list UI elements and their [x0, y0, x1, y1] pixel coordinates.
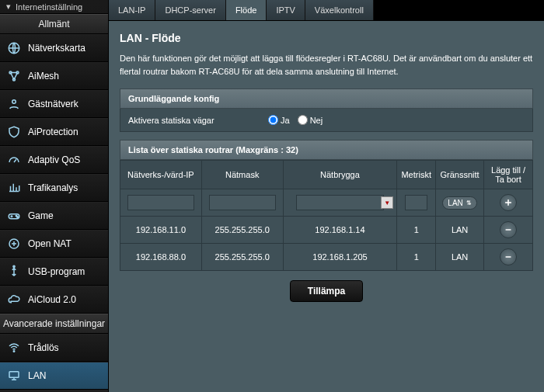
static-routes-table: Nätverks-/värd-IP Nätmask Nätbrygga Metr…: [120, 160, 533, 271]
chevron-down-icon: ▾: [6, 2, 11, 12]
sidebar-item-g-stn-tverk[interactable]: Gästnätverk: [0, 90, 108, 118]
content: LAN - Flöde Den här funktionen gör det m…: [109, 21, 544, 392]
shield-icon: [6, 124, 22, 140]
sidebar-item-trafikanalys[interactable]: Trafikanalys: [0, 174, 108, 202]
sidebar-item-label: LAN: [28, 370, 46, 381]
table-row: 192.168.11.0255.255.255.0192.168.1.141LA…: [120, 217, 533, 244]
apply-button[interactable]: Tillämpa: [290, 280, 363, 302]
sidebar-item-label: AiMesh: [28, 71, 59, 82]
cloud-icon: [6, 292, 22, 307]
sidebar-item-usb-program[interactable]: USB-program: [0, 258, 108, 286]
enable-static-routes-radio-group: Ja Nej: [268, 115, 323, 125]
svg-point-7: [17, 217, 19, 218]
sidebar-item-n-tverkskarta[interactable]: Nätverkskarta: [0, 34, 108, 62]
lan-icon: [6, 368, 22, 383]
top-trunc-label: Internetinställning: [16, 2, 82, 12]
sidebar-item-label: Open NAT: [28, 238, 71, 249]
sidebar-item-open-nat[interactable]: Open NAT: [0, 230, 108, 258]
page-title: LAN - Flöde: [120, 32, 533, 44]
input-metric[interactable]: [405, 195, 427, 210]
tab-fl-de[interactable]: Flöde: [226, 0, 267, 20]
sidebar-item-label: Gästnätverk: [28, 99, 78, 109]
th-action: Lägg till / Ta bort: [484, 161, 533, 189]
cell-ip: 192.168.88.0: [120, 244, 202, 271]
tab-lan-ip[interactable]: LAN-IP: [109, 0, 155, 20]
cell-gateway: 192.168.1.205: [283, 244, 397, 271]
gauge-icon: [6, 152, 22, 168]
sidebar-item-adaptiv-qos[interactable]: Adaptiv QoS: [0, 146, 108, 174]
sidebar-item-lan[interactable]: LAN: [0, 362, 108, 390]
cell-iface: LAN: [436, 217, 484, 244]
cell-ip: 192.168.11.0: [120, 217, 202, 244]
cell-iface: LAN: [436, 244, 484, 271]
input-gateway[interactable]: [296, 195, 384, 210]
tabs-spacer: [374, 0, 544, 20]
gamepad-icon: [6, 208, 22, 224]
tab-iptv[interactable]: IPTV: [267, 0, 305, 20]
radio-yes[interactable]: [268, 115, 278, 125]
radio-yes-label[interactable]: Ja: [268, 115, 290, 125]
sidebar-item-label: AiProtection: [28, 127, 78, 137]
th-gateway: Nätbrygga: [283, 161, 397, 189]
static-routes-list-header: Lista över statiska routrar (Maxgräns : …: [120, 140, 533, 160]
input-ip[interactable]: [127, 195, 194, 210]
sidebar-item-aimesh[interactable]: AiMesh: [0, 62, 108, 90]
globe-icon: [6, 40, 22, 56]
radio-no-text: Nej: [310, 116, 323, 125]
remove-button[interactable]: －: [500, 221, 517, 238]
sidebar-section-advanced: Avancerade inställningar: [0, 314, 108, 334]
sidebar: ▾ Internetinställning Allmänt Nätverkska…: [0, 0, 109, 392]
enable-static-routes-row: Aktivera statiska vägar Ja Nej: [120, 109, 533, 132]
radio-yes-text: Ja: [281, 116, 290, 125]
cell-metric: 1: [397, 244, 436, 271]
usb-icon: [6, 264, 22, 279]
sidebar-item-label: Nätverkskarta: [28, 43, 85, 54]
tabs: LAN-IPDHCP-serverFlödeIPTVVäxelkontroll: [109, 0, 544, 21]
tab-dhcp-server[interactable]: DHCP-server: [155, 0, 225, 20]
input-mask[interactable]: [209, 195, 276, 210]
radio-no-label[interactable]: Nej: [298, 115, 323, 125]
gateway-dropdown-icon[interactable]: ▼: [381, 196, 393, 209]
cell-mask: 255.255.255.0: [201, 244, 283, 271]
sidebar-section-general: Allmänt: [0, 14, 108, 34]
sidebar-item-game[interactable]: Game: [0, 202, 108, 230]
radio-no[interactable]: [298, 115, 308, 125]
updown-icon: ⇅: [466, 199, 472, 206]
guest-icon: [6, 96, 22, 112]
sidebar-item-tr-dl-s[interactable]: Trådlös: [0, 334, 108, 362]
add-button[interactable]: ＋: [500, 194, 517, 211]
table-input-row: ▼LAN⇅＋: [120, 189, 533, 217]
sidebar-top-truncated: ▾ Internetinställning: [0, 0, 108, 14]
sidebar-item-label: Adaptiv QoS: [28, 154, 80, 165]
th-iface: Gränssnitt: [436, 161, 484, 189]
sidebar-item-label: USB-program: [28, 266, 85, 277]
nat-icon: [6, 236, 22, 252]
traffic-icon: [6, 180, 22, 196]
basic-config-header: Grundläggande konfig: [120, 88, 533, 109]
svg-point-4: [12, 100, 16, 104]
wifi-icon: [6, 340, 22, 356]
mesh-icon: [6, 68, 22, 84]
cell-gateway: 192.168.1.14: [283, 217, 397, 244]
sidebar-item-aiprotection[interactable]: AiProtection: [0, 118, 108, 146]
svg-rect-11: [9, 372, 19, 378]
enable-static-routes-label: Aktivera statiska vägar: [128, 116, 268, 125]
sidebar-item-label: Trådlös: [28, 342, 59, 353]
tab-v-xelkontroll[interactable]: Växelkontroll: [305, 0, 374, 20]
th-metric: Metriskt: [397, 161, 436, 189]
cell-metric: 1: [397, 217, 436, 244]
main: LAN-IPDHCP-serverFlödeIPTVVäxelkontroll …: [109, 0, 544, 392]
remove-button[interactable]: －: [500, 248, 517, 265]
page-description: Den här funktionen gör det möjligt att l…: [120, 52, 533, 78]
sidebar-item-label: Game: [28, 210, 54, 221]
svg-point-10: [13, 351, 15, 352]
th-ip: Nätverks-/värd-IP: [120, 161, 202, 189]
th-mask: Nätmask: [201, 161, 283, 189]
sidebar-item-label: Trafikanalys: [28, 182, 78, 193]
sidebar-item-aicloud-2-0[interactable]: AiCloud 2.0: [0, 286, 108, 314]
cell-mask: 255.255.255.0: [201, 217, 283, 244]
sidebar-item-label: AiCloud 2.0: [28, 294, 76, 305]
iface-select[interactable]: LAN⇅: [442, 196, 476, 210]
table-row: 192.168.88.0255.255.255.0192.168.1.2051L…: [120, 244, 533, 271]
